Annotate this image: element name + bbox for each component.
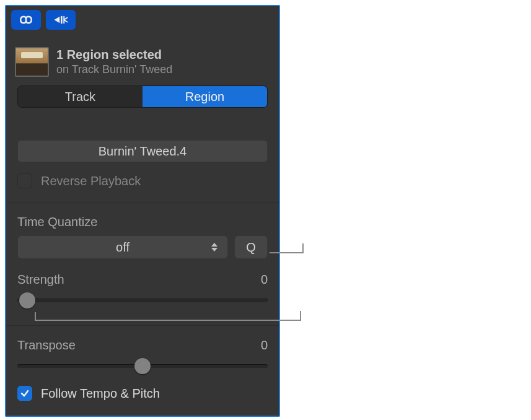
- reverse-playback-label: Reverse Playback: [41, 174, 141, 188]
- catch-playhead-button[interactable]: [46, 10, 76, 30]
- slider-thumb[interactable]: [134, 358, 151, 374]
- selection-header: 1 Region selected on Track Burnin' Tweed: [6, 36, 279, 82]
- transpose-value: 0: [261, 338, 268, 352]
- slider-thumb[interactable]: [19, 292, 35, 308]
- quantize-button[interactable]: Q: [234, 235, 268, 259]
- transpose-label: Transpose: [17, 338, 76, 352]
- reverse-playback-row: Reverse Playback: [17, 173, 268, 188]
- region-inspector-panel: 1 Region selected on Track Burnin' Tweed…: [5, 5, 280, 417]
- callout-line: [300, 311, 301, 321]
- time-quantize-popup[interactable]: off: [17, 235, 228, 259]
- follow-tempo-pitch-label: Follow Tempo & Pitch: [41, 387, 160, 401]
- inspector-toolbar: [6, 6, 279, 36]
- strength-value: 0: [261, 273, 268, 287]
- follow-tempo-pitch-checkbox[interactable]: [17, 386, 32, 401]
- region-name-field[interactable]: Burnin' Tweed.4: [17, 140, 268, 162]
- track-region-segmented: Track Region: [17, 85, 268, 108]
- strength-label: Strength: [17, 273, 64, 287]
- stepper-icon: [211, 236, 221, 258]
- chevron-up-icon: [211, 243, 217, 247]
- loop-icon: [17, 14, 35, 26]
- selection-title: 1 Region selected: [56, 48, 172, 62]
- callout-line: [302, 243, 304, 253]
- strength-slider[interactable]: [17, 292, 268, 309]
- tab-region[interactable]: Region: [143, 86, 267, 107]
- time-quantize-value: off: [116, 240, 129, 255]
- tab-track[interactable]: Track: [18, 86, 143, 107]
- loop-mode-button[interactable]: [11, 10, 41, 30]
- slider-track: [17, 299, 268, 302]
- reverse-playback-checkbox[interactable]: [17, 173, 32, 188]
- track-thumbnail-icon: [15, 47, 49, 77]
- chevron-down-icon: [211, 248, 217, 252]
- catch-playhead-icon: [52, 14, 69, 26]
- transpose-slider[interactable]: [17, 357, 268, 375]
- svg-rect-0: [61, 16, 63, 24]
- time-quantize-label: Time Quantize: [17, 215, 268, 229]
- callout-line: [35, 320, 301, 321]
- checkmark-icon: [20, 388, 30, 398]
- selection-subtitle: on Track Burnin' Tweed: [56, 63, 172, 76]
- callout-line: [270, 252, 304, 253]
